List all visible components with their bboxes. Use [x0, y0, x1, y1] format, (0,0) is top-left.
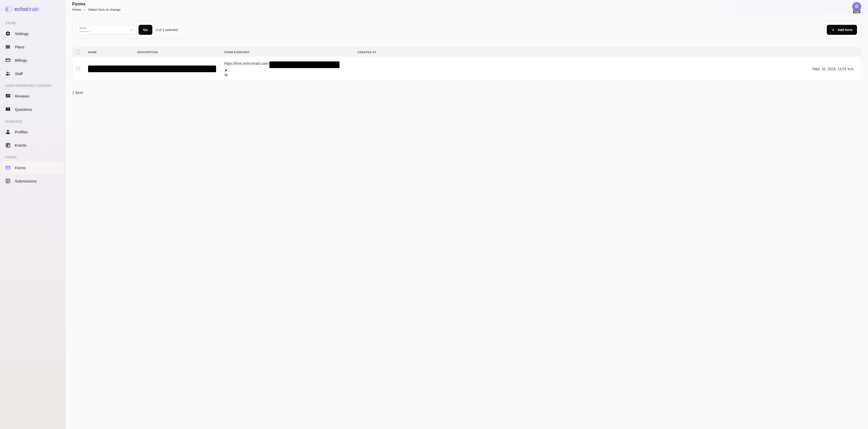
selection-count: 0 of 1 selected — [156, 28, 178, 32]
form-icon — [5, 165, 11, 170]
svg-point-6 — [8, 72, 9, 73]
sidebar-item-submissions[interactable]: Submissions — [2, 174, 63, 187]
sidebar-item-profiles[interactable]: Profiles — [2, 125, 63, 138]
svg-rect-16 — [6, 166, 10, 169]
eye-off-icon[interactable] — [224, 73, 228, 77]
header: Forms Home › Select form to change D Fre… — [66, 0, 868, 14]
svg-rect-15 — [7, 145, 8, 146]
col-header-name[interactable]: NAME — [84, 47, 133, 57]
bars-icon — [5, 44, 11, 50]
breadcrumb-home[interactable]: Home — [72, 8, 81, 11]
breadcrumb-current: Select form to change — [88, 8, 120, 11]
table-row: https://form.echo-brain.com/ Sept. 10, 2… — [72, 57, 861, 81]
action-select[interactable]: Action: --------- — [76, 25, 136, 35]
sidebar-item-label: Events — [15, 143, 27, 147]
sidebar-item-label: Staff — [15, 71, 23, 76]
main-content: Forms Home › Select form to change D Fre… — [66, 0, 868, 429]
breadcrumb: Home › Select form to change — [72, 8, 121, 11]
section-label-ugc: USER-GENERATED CONTENT — [2, 80, 63, 90]
result-count: 1 form — [72, 90, 861, 95]
sidebar-item-staff[interactable]: Staff — [2, 67, 63, 80]
page-title: Forms — [72, 2, 121, 7]
brand-logo[interactable]: echobrain — [2, 4, 63, 18]
sidebar-item-label: Forms — [15, 166, 26, 170]
add-form-label: Add form — [838, 28, 852, 32]
sidebar-item-questions[interactable]: ? Questions — [2, 103, 63, 116]
col-header-created[interactable]: CREATED AT — [353, 47, 861, 57]
section-label-audience: AUDIENCE — [2, 116, 63, 125]
svg-rect-1 — [7, 45, 8, 48]
sidebar-item-settings[interactable]: Settings — [2, 27, 63, 40]
form-name-redacted[interactable] — [88, 66, 216, 72]
plus-icon — [831, 28, 835, 32]
row-checkbox[interactable] — [76, 67, 80, 70]
brand-name: echobrain — [14, 6, 39, 12]
sidebar-item-forms[interactable]: Forms — [2, 161, 63, 174]
svg-text:?: ? — [7, 108, 9, 110]
add-form-button[interactable]: Add form — [827, 25, 857, 35]
sidebar-item-label: Profiles — [15, 130, 28, 134]
col-header-description[interactable]: DESCRIPTION — [133, 47, 220, 57]
review-icon — [5, 93, 11, 99]
action-select-value: --------- — [80, 29, 89, 33]
sidebar: echobrain STORE Settings Plans Billings … — [0, 0, 66, 429]
plan-badge: Free — [853, 10, 860, 13]
avatar-initial: D — [855, 4, 858, 9]
breadcrumb-separator: › — [84, 8, 85, 11]
sidebar-item-label: Reviews — [15, 94, 29, 98]
endpoint-redacted — [269, 61, 340, 68]
play-icon[interactable] — [224, 69, 228, 72]
go-button[interactable]: Go — [138, 25, 152, 35]
action-select-label: Action: — [80, 27, 89, 29]
question-icon: ? — [5, 106, 11, 112]
sidebar-item-reviews[interactable]: Reviews — [2, 90, 63, 102]
svg-rect-3 — [6, 59, 10, 62]
chevron-down-icon — [130, 28, 133, 32]
submissions-icon — [5, 178, 11, 184]
svg-point-10 — [7, 130, 9, 132]
section-label-forms: FORMS — [2, 152, 63, 161]
avatar[interactable]: D Free — [852, 2, 861, 11]
brain-icon — [5, 6, 13, 13]
svg-rect-2 — [9, 45, 10, 48]
endpoint-prefix: https://form.echo-brain.com/ — [224, 61, 269, 66]
sidebar-item-label: Settings — [15, 31, 29, 36]
sidebar-item-plans[interactable]: Plans — [2, 40, 63, 53]
sidebar-item-label: Billings — [15, 58, 27, 62]
sidebar-item-label: Questions — [15, 107, 32, 111]
sidebar-item-label: Submissions — [15, 179, 37, 183]
svg-point-5 — [7, 72, 8, 73]
action-bar: Action: --------- Go 0 of 1 selected Add… — [72, 21, 861, 39]
sidebar-item-billings[interactable]: Billings — [2, 54, 63, 67]
card-icon — [5, 57, 11, 63]
section-label-store: STORE — [2, 18, 63, 27]
svg-marker-25 — [225, 69, 227, 71]
person-icon — [5, 129, 11, 135]
sidebar-item-events[interactable]: Events — [2, 139, 63, 152]
sidebar-item-label: Plans — [15, 45, 25, 49]
people-icon — [5, 71, 11, 76]
gear-icon — [5, 31, 11, 36]
forms-table: NAME DESCRIPTION FORM ENDPOINT CREATED A… — [72, 47, 861, 81]
select-all-checkbox[interactable] — [76, 50, 80, 54]
col-header-endpoint[interactable]: FORM ENDPOINT — [220, 47, 353, 57]
svg-rect-0 — [6, 45, 7, 48]
calendar-icon — [5, 142, 11, 148]
created-at: Sept. 10, 2024, 11:51 a.m. — [353, 57, 861, 81]
